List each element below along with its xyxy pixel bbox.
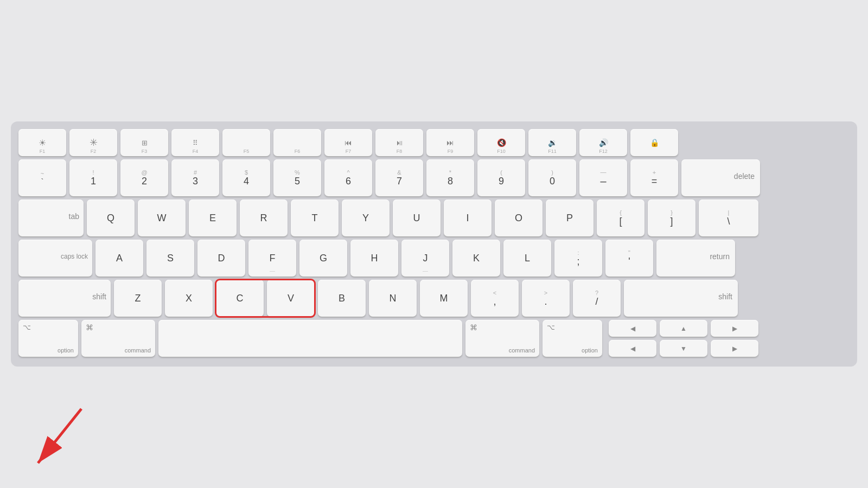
key-f2[interactable]: ✳ F2 (69, 129, 117, 156)
fn-row: ☀ F1 ✳ F2 ⊞ F3 ⠿ F4 F5 F6 ⏮ F7 ⏯ F8 (18, 129, 850, 156)
key-f8[interactable]: ⏯ F8 (375, 129, 423, 156)
key-2[interactable]: @ 2 (120, 159, 168, 196)
key-f4[interactable]: ⠿ F4 (171, 129, 219, 156)
key-8[interactable]: * 8 (426, 159, 474, 196)
key-option-right[interactable]: ⌥ option (542, 320, 602, 357)
key-r[interactable]: R (240, 200, 288, 236)
rewind-icon: ⏮ (344, 138, 352, 147)
key-l[interactable]: L (503, 240, 551, 277)
key-3[interactable]: # 3 (171, 159, 219, 196)
launchpad-icon: ⠿ (193, 139, 198, 147)
f12-label: F12 (579, 149, 627, 154)
key-rshift[interactable]: shift (624, 280, 738, 317)
key-6[interactable]: ^ 6 (324, 159, 372, 196)
play-pause-icon: ⏯ (395, 138, 403, 147)
key-e[interactable]: E (189, 200, 237, 236)
key-option-left[interactable]: ⌥ option (18, 320, 78, 357)
key-tilde[interactable]: ~ ` (18, 159, 66, 196)
key-f10[interactable]: 🔇 F10 (477, 129, 525, 156)
key-minus[interactable]: — – (579, 159, 627, 196)
key-tab[interactable]: tab (18, 200, 84, 236)
lock-icon: 🔒 (650, 138, 659, 147)
key-n[interactable]: N (369, 280, 417, 317)
f5-label: F5 (222, 149, 270, 154)
key-space[interactable] (158, 320, 462, 357)
key-f5[interactable]: F5 (222, 129, 270, 156)
svg-line-1 (38, 409, 81, 463)
vol-up-icon: 🔊 (599, 138, 608, 147)
key-j[interactable]: J — (401, 240, 449, 277)
number-row: ~ ` ! 1 @ 2 # 3 $ 4 % 5 ^ 6 & 7 (18, 159, 850, 196)
brightness-up-icon: ✳ (90, 137, 98, 149)
key-arrow-left[interactable]: ◀ (609, 320, 656, 337)
key-command-left[interactable]: ⌘ command (81, 320, 155, 357)
key-delete[interactable]: delete (681, 159, 760, 196)
key-a[interactable]: A (95, 240, 143, 277)
key-equal[interactable]: + = (630, 159, 678, 196)
key-command-right[interactable]: ⌘ command (465, 320, 539, 357)
key-period[interactable]: > . (522, 280, 570, 317)
key-p[interactable]: P (546, 200, 593, 236)
arrow-top-row: ◀ ▲ ▶ (609, 320, 758, 337)
f9-label: F9 (426, 149, 474, 154)
f11-label: F11 (528, 149, 576, 154)
key-f7[interactable]: ⏮ F7 (324, 129, 372, 156)
key-c[interactable]: C (216, 280, 264, 317)
key-b[interactable]: B (318, 280, 366, 317)
key-f[interactable]: F — (248, 240, 296, 277)
key-q[interactable]: Q (87, 200, 135, 236)
key-7[interactable]: & 7 (375, 159, 423, 196)
key-arrow-up[interactable]: ▲ (660, 320, 707, 337)
mission-control-icon: ⊞ (142, 139, 148, 147)
key-arrow-right2[interactable]: ▶ (711, 340, 758, 357)
key-comma[interactable]: < , (471, 280, 519, 317)
key-0[interactable]: ) 0 (528, 159, 576, 196)
key-i[interactable]: I (444, 200, 492, 236)
key-x[interactable]: X (165, 280, 213, 317)
key-g[interactable]: G (299, 240, 347, 277)
key-quote[interactable]: " ' (605, 240, 653, 277)
key-m[interactable]: M (420, 280, 468, 317)
keyboard: ☀ F1 ✳ F2 ⊞ F3 ⠿ F4 F5 F6 ⏮ F7 ⏯ F8 (11, 121, 857, 367)
key-k[interactable]: K (452, 240, 500, 277)
key-lbracket[interactable]: { [ (597, 200, 644, 236)
key-1[interactable]: ! 1 (69, 159, 117, 196)
f8-label: F8 (375, 149, 423, 154)
key-4[interactable]: $ 4 (222, 159, 270, 196)
key-y[interactable]: Y (342, 200, 390, 236)
key-f9[interactable]: ⏭ F9 (426, 129, 474, 156)
qwerty-row: tab Q W E R T Y U I O P { [ } ] | \ (18, 200, 850, 236)
key-semicolon[interactable]: : ; (554, 240, 602, 277)
key-t[interactable]: T (291, 200, 339, 236)
f1-label: F1 (18, 149, 66, 154)
key-9[interactable]: ( 9 (477, 159, 525, 196)
key-slash[interactable]: ? / (573, 280, 621, 317)
key-s[interactable]: S (146, 240, 194, 277)
key-arrow-down[interactable]: ▼ (660, 340, 707, 357)
command-left-label: command (125, 347, 151, 354)
key-5[interactable]: % 5 (273, 159, 321, 196)
key-lock[interactable]: 🔒 (630, 129, 678, 156)
f7-label: F7 (324, 149, 372, 154)
key-lshift[interactable]: shift (18, 280, 111, 317)
arrow-key-group: ◀ ▲ ▶ ◀ ▼ ▶ (609, 320, 758, 357)
key-arrow-left2[interactable]: ◀ (609, 340, 656, 357)
key-arrow-right[interactable]: ▶ (711, 320, 758, 337)
key-z[interactable]: Z (114, 280, 162, 317)
key-f3[interactable]: ⊞ F3 (120, 129, 168, 156)
key-f11[interactable]: 🔉 F11 (528, 129, 576, 156)
f3-label: F3 (120, 149, 168, 154)
key-backslash[interactable]: | \ (699, 200, 758, 236)
key-u[interactable]: U (393, 200, 441, 236)
key-f12[interactable]: 🔊 F12 (579, 129, 627, 156)
key-v[interactable]: V (267, 280, 315, 317)
key-f6[interactable]: F6 (273, 129, 321, 156)
key-return[interactable]: return (656, 240, 735, 277)
key-rbracket[interactable]: } ] (648, 200, 695, 236)
key-caps[interactable]: caps lock (18, 240, 92, 277)
key-w[interactable]: W (138, 200, 186, 236)
key-o[interactable]: O (495, 200, 542, 236)
key-h[interactable]: H (350, 240, 398, 277)
key-f1[interactable]: ☀ F1 (18, 129, 66, 156)
key-d[interactable]: D (197, 240, 245, 277)
